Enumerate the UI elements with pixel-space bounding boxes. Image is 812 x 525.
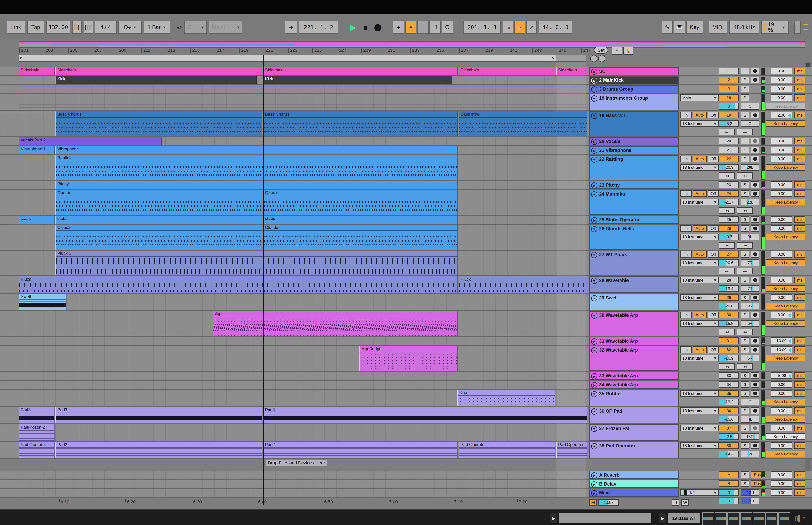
bar-number-label[interactable]: 235: [436, 47, 444, 52]
midi-map-button[interactable]: MIDI: [709, 21, 727, 34]
output-chooser[interactable]: 18 Instrume▼: [680, 355, 719, 361]
punch-out-icon[interactable]: ↗: [526, 21, 537, 34]
solo-button[interactable]: S: [740, 216, 749, 223]
track-number-box[interactable]: 37: [719, 425, 739, 432]
bar-number-label[interactable]: 243: [534, 47, 542, 52]
volume-field[interactable]: -14.3: [719, 451, 739, 457]
track-delay-field[interactable]: 0.00: [771, 294, 792, 301]
volume-field[interactable]: -20.6: [719, 259, 739, 266]
unfold-track-icon[interactable]: ▼: [591, 391, 597, 397]
clip-lane[interactable]: Pluck 1: [0, 251, 589, 275]
track-number-box[interactable]: 23: [719, 181, 739, 188]
track-number-box[interactable]: 24: [719, 190, 739, 197]
prev-locator-button[interactable]: ←: [590, 55, 597, 62]
return-track-header[interactable]: ▶B DelayBSPost0.00ms: [589, 480, 812, 488]
clip[interactable]: stabs: [19, 216, 55, 224]
monitor-off-button[interactable]: Off: [708, 225, 719, 232]
delay-ms-label[interactable]: ms: [794, 338, 806, 344]
volume-field[interactable]: -0.7: [719, 234, 739, 240]
arm-record-button[interactable]: [751, 68, 760, 74]
arrangement-position-display[interactable]: 221. 1. 2: [299, 21, 338, 34]
bar-number-label[interactable]: 221: [265, 47, 273, 52]
track-header[interactable]: ▼22 RattlingInAutoOff18 Instrume▼22S0.00…: [589, 155, 812, 180]
device-thumbnail[interactable]: [715, 512, 727, 525]
track-delay-field[interactable]: 0.00: [771, 77, 792, 83]
track-delay-field[interactable]: 0.00: [771, 181, 792, 188]
clip[interactable]: Pitchy: [56, 181, 458, 189]
beat-time-ruler[interactable]: 2012032052072092112132152172192212232252…: [0, 47, 812, 54]
track-name[interactable]: ▶25 Stabs Operator: [589, 216, 678, 224]
solo-button[interactable]: S: [740, 425, 749, 432]
bar-number-label[interactable]: 229: [363, 47, 371, 52]
clip[interactable]: Pad2: [263, 442, 458, 458]
draw-mode-button[interactable]: +: [393, 21, 404, 34]
track-number-box[interactable]: 26: [719, 225, 739, 232]
width-button[interactable]: W: [681, 499, 689, 506]
clip[interactable]: Arp Bridge: [360, 346, 458, 371]
scale-flat-sharp-icon[interactable]: ♭♯: [175, 21, 183, 34]
clip-lane[interactable]: Pitchy: [0, 181, 589, 189]
pan-field[interactable]: 4L: [740, 416, 760, 422]
track-number-box[interactable]: B: [719, 480, 739, 487]
solo-button[interactable]: S: [740, 480, 749, 487]
solo-button[interactable]: S: [740, 372, 749, 379]
arm-record-button[interactable]: [751, 372, 760, 379]
track-header[interactable]: ▼37 Frozen FM18 Instrume▼37S0.00ms-2.515…: [589, 424, 812, 441]
monitor-off-button[interactable]: Off: [708, 112, 719, 118]
show-clip-view-button[interactable]: ▶: [550, 513, 557, 524]
track-name[interactable]: ▶33 Wavetable Arp: [589, 372, 678, 380]
track-number-box[interactable]: 30: [719, 312, 739, 318]
bar-number-label[interactable]: 245: [559, 47, 566, 52]
monitor-auto-button[interactable]: Auto: [693, 346, 707, 353]
clip-lane[interactable]: PadFrozen-2: [0, 424, 589, 441]
track-name[interactable]: ▶23 Pitchy: [589, 181, 678, 189]
monitor-off-button[interactable]: Off: [708, 312, 719, 318]
pan-field[interactable]: 22L: [740, 199, 760, 205]
track-name[interactable]: ▼24 Marimba: [589, 190, 678, 215]
monitor-in-button[interactable]: In: [680, 346, 692, 353]
keep-latency-button[interactable]: Keep Latency: [766, 416, 806, 422]
bar-number-label[interactable]: 239: [486, 47, 493, 52]
delay-ms-label[interactable]: ms: [794, 225, 806, 232]
track-delay-field[interactable]: 0.00: [771, 86, 792, 92]
track-delay-field[interactable]: 0.00: [771, 94, 792, 101]
clip[interactable]: Pluck: [19, 276, 458, 293]
clip-lane[interactable]: [0, 372, 589, 380]
overview-viewport[interactable]: [624, 42, 805, 47]
solo-button[interactable]: S: [740, 442, 749, 449]
delay-ms-label[interactable]: ms: [794, 251, 806, 258]
track-delay-field[interactable]: 0.00: [771, 147, 792, 153]
arm-record-button[interactable]: [751, 277, 760, 283]
unfold-track-icon[interactable]: ▼: [591, 156, 597, 163]
pan-field[interactable]: C: [740, 103, 760, 109]
track-number-box[interactable]: 33: [719, 372, 739, 379]
output-chooser[interactable]: 18 Instrume▼: [680, 425, 719, 432]
send-b-field[interactable]: -∞: [737, 268, 753, 274]
waveform-zoom-icon[interactable]: ▤: [589, 499, 597, 506]
clip-lane[interactable]: [0, 489, 589, 497]
track-header[interactable]: ▼32 Wavetable ArpInAutoOff18 Instrume▼32…: [589, 346, 812, 371]
output-chooser[interactable]: 18 Instrume▼: [680, 120, 719, 127]
send-a-field[interactable]: -∞: [719, 363, 735, 370]
monitor-auto-button[interactable]: Auto: [693, 312, 707, 318]
track-name[interactable]: ▼27 WT Pluck: [589, 251, 678, 275]
unfold-track-icon[interactable]: ▼: [591, 252, 597, 258]
vertical-zoom-field[interactable]: 1.00x: [598, 499, 619, 506]
bar-number-label[interactable]: 203: [46, 47, 53, 52]
send-a-field[interactable]: -∞: [719, 129, 735, 135]
monitor-in-button[interactable]: In: [680, 251, 692, 258]
volume-field[interactable]: -16.9: [719, 355, 739, 361]
track-header[interactable]: ▶23 Pitchy23S0.00ms: [589, 181, 812, 189]
volume-field[interactable]: -20.8: [719, 303, 739, 309]
track-number-box[interactable]: 28: [719, 277, 739, 283]
clip[interactable]: Pad Operator: [19, 442, 55, 458]
send-b-field[interactable]: -∞: [737, 242, 753, 249]
bar-number-label[interactable]: 217: [217, 47, 224, 52]
track-name[interactable]: ≡18 Instruments Group: [589, 94, 678, 110]
clip[interactable]: Sidechain: [56, 67, 262, 75]
monitor-in-button[interactable]: In: [680, 112, 692, 118]
group-track-icon[interactable]: ≡: [591, 87, 597, 93]
group-track-icon[interactable]: ≡: [591, 95, 597, 102]
keep-latency-button[interactable]: Keep Latency: [766, 285, 806, 292]
arm-record-button[interactable]: [751, 346, 760, 353]
